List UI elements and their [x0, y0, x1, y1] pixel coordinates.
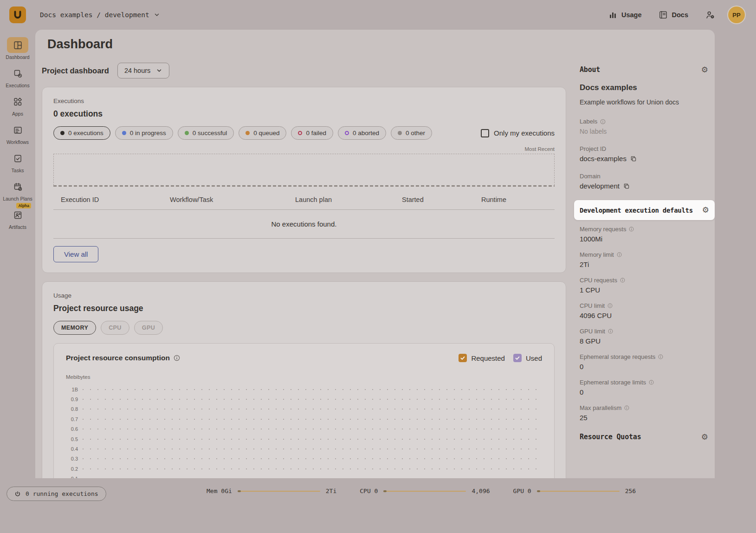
labels-value: No labels — [580, 128, 708, 135]
column-header: Runtime — [481, 196, 555, 203]
info-icon[interactable] — [624, 405, 629, 410]
filter-chip-0[interactable]: 0 executions — [53, 126, 110, 140]
sidebar-item-dashboard[interactable]: Dashboard — [1, 37, 34, 60]
main-column: Project dashboard 24 hours Executions 0 … — [35, 56, 574, 478]
filter-chip-6[interactable]: 0 other — [391, 126, 432, 140]
info-icon[interactable] — [607, 303, 613, 308]
filter-chip-3[interactable]: 0 queued — [239, 126, 286, 140]
gear-icon[interactable]: ⚙ — [701, 433, 708, 441]
project-name: Docs examples — [574, 83, 715, 92]
sidebar-item-label: Executions — [6, 83, 29, 88]
breadcrumb-text: Docs examples / development — [40, 11, 149, 19]
filter-chip-dot-2 — [185, 131, 189, 135]
executions-count-title: 0 executions — [53, 109, 555, 119]
info-icon[interactable] — [617, 252, 622, 257]
executions-card: Executions 0 executions 0 executions 0 i… — [42, 87, 566, 273]
section-title: Project dashboard — [42, 66, 109, 75]
about-title: About — [580, 65, 600, 74]
gear-icon[interactable]: ⚙ — [702, 206, 709, 214]
filter-chip-4[interactable]: 0 failed — [291, 126, 333, 140]
project-description: Example workflows for Union docs — [574, 98, 715, 106]
copy-icon[interactable] — [623, 183, 630, 189]
checkbox-checked-icon — [459, 354, 467, 362]
running-executions-pill[interactable]: 0 running executions — [6, 487, 106, 501]
only-my-executions-checkbox[interactable]: Only my executions — [481, 129, 555, 137]
info-icon[interactable] — [620, 278, 625, 283]
sidebar-item-label: Tasks — [12, 168, 24, 173]
union-logo[interactable] — [9, 6, 26, 23]
breadcrumb[interactable]: Docs examples / development — [40, 11, 160, 19]
gridline — [83, 448, 542, 449]
sidebar-item-apps[interactable]: Apps — [1, 94, 34, 117]
time-range-dropdown[interactable]: 24 hours — [117, 63, 169, 78]
artifacts-icon — [13, 210, 23, 220]
filter-chip-label: 0 aborted — [353, 130, 379, 136]
chevron-down-icon — [154, 12, 160, 18]
filter-chip-label: 0 queued — [253, 130, 279, 136]
legend-requested-checkbox[interactable]: Requested — [459, 354, 505, 362]
default-field: Memory limit 2Ti — [580, 251, 708, 268]
domain-value: development — [580, 182, 620, 190]
avatar[interactable]: PP — [728, 6, 745, 23]
checkbox-unchecked-icon — [481, 129, 489, 137]
view-all-button[interactable]: View all — [53, 246, 98, 262]
sidebar-item-artifacts[interactable]: Alpha Artifacts — [1, 207, 34, 230]
resource-consumption-panel: Project resource consumption — [53, 343, 555, 478]
memory-meter-label: Mem 0Gi — [207, 488, 232, 494]
sidebar-item-executions[interactable]: Executions — [1, 65, 34, 88]
sidebar-item-label: Apps — [12, 111, 23, 117]
resource-quotas-title: Resource Quotas — [580, 433, 641, 441]
filter-chip-dot-1 — [122, 131, 126, 135]
legend-used-checkbox[interactable]: Used — [513, 354, 542, 362]
usage-card-label: Usage — [53, 292, 555, 299]
tab-gpu[interactable]: GPU — [134, 321, 163, 335]
info-icon[interactable] — [600, 119, 606, 124]
about-panel: About ⚙ Docs examples Example workflows … — [574, 56, 715, 478]
gear-icon[interactable]: ⚙ — [701, 66, 708, 74]
gridline — [83, 389, 542, 390]
union-logo-icon — [13, 10, 23, 20]
chart-legend: Requested Used — [459, 354, 542, 362]
gpu-meter-max: 256 — [625, 488, 636, 494]
sidebar-item-tasks[interactable]: Tasks — [1, 150, 34, 173]
filter-chip-1[interactable]: 0 in progress — [115, 126, 173, 140]
sidebar-item-label: Launch Plans — [3, 196, 32, 202]
time-range-value: 24 hours — [124, 67, 150, 74]
sidebar-item-launch-plans[interactable]: Launch Plans — [1, 179, 34, 202]
docs-icon — [659, 10, 668, 20]
executions-table-header: Execution ID Workflow/Task Launch plan S… — [53, 187, 555, 210]
chevron-down-icon — [156, 67, 162, 74]
y-tick: 0.9 — [66, 396, 78, 402]
tab-cpu[interactable]: CPU — [101, 321, 129, 335]
execution-defaults-title: Development execution defaults — [580, 207, 693, 214]
info-icon[interactable] — [649, 380, 654, 385]
gridline — [83, 409, 542, 410]
filter-chip-5[interactable]: 0 aborted — [338, 126, 386, 140]
chart-title: Project resource consumption — [66, 354, 170, 362]
column-header: Workflow/Task — [170, 196, 295, 203]
info-icon[interactable] — [629, 227, 634, 232]
info-icon[interactable] — [658, 354, 663, 359]
default-field: CPU requests 1 CPU — [580, 277, 708, 294]
user-gear-icon — [705, 10, 715, 20]
docs-button[interactable]: Docs — [659, 10, 688, 20]
default-field: Ephemeral storage requests 0 — [580, 353, 708, 370]
admin-settings-button[interactable] — [705, 10, 715, 20]
dashboard-icon — [13, 40, 23, 50]
resource-tabs: MEMORY CPU GPU — [53, 321, 555, 335]
copy-icon[interactable] — [630, 156, 637, 162]
domain-label: Domain — [580, 173, 708, 180]
content-container: Dashboard Project dashboard 24 hours Exe… — [35, 30, 715, 478]
alpha-badge: Alpha — [16, 203, 31, 208]
info-icon[interactable] — [608, 329, 613, 334]
filter-chip-2[interactable]: 0 successful — [178, 126, 234, 140]
tab-memory[interactable]: MEMORY — [53, 321, 96, 335]
usage-button[interactable]: Usage — [608, 11, 642, 20]
sidebar: Dashboard Executions Apps — [0, 30, 35, 478]
tasks-icon — [13, 154, 23, 163]
info-icon[interactable] — [174, 355, 180, 361]
sidebar-item-workflows[interactable]: Workflows — [1, 122, 34, 145]
y-tick: 0.4 — [66, 446, 78, 452]
docs-label: Docs — [672, 11, 688, 19]
default-field: Ephemeral storage limits 0 — [580, 379, 708, 396]
